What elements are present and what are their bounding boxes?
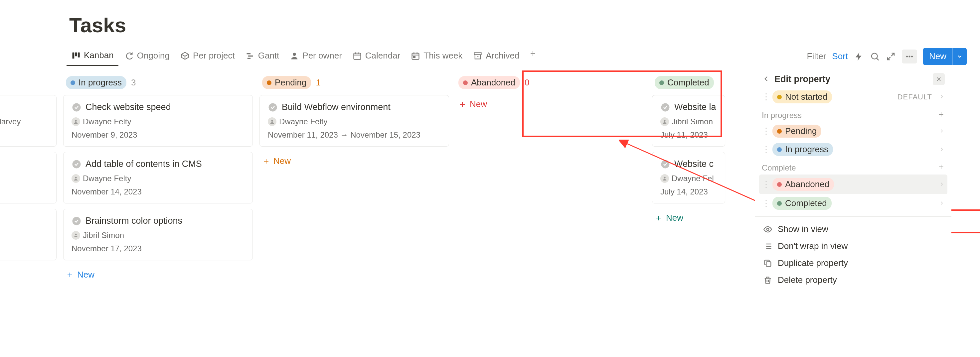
task-card[interactable]: ebsite speed rothe Adah Harvey 2023 xyxy=(0,95,57,147)
delete-action[interactable]: Delete property xyxy=(762,271,945,289)
tab-calendar[interactable]: Calendar xyxy=(348,47,405,66)
duplicate-action[interactable]: Duplicate property xyxy=(762,255,945,271)
column-count: 1 xyxy=(316,78,320,88)
search-button[interactable] xyxy=(870,52,880,62)
add-status-button[interactable] xyxy=(937,111,945,120)
task-card[interactable]: Check website speed Dwayne Felty Novembe… xyxy=(63,95,253,147)
task-card[interactable]: Website c Dwayne Fel July 14, 2023 xyxy=(652,152,725,203)
add-card-button[interactable]: New xyxy=(63,266,253,284)
svg-rect-0 xyxy=(73,52,75,59)
plus-icon xyxy=(655,214,663,222)
svg-point-24 xyxy=(661,103,670,111)
search-icon xyxy=(870,52,880,62)
tab-ongoing[interactable]: Ongoing xyxy=(120,47,174,66)
person-icon xyxy=(269,119,275,124)
status-pill[interactable]: Abandoned xyxy=(458,76,520,89)
status-pill[interactable]: Completed xyxy=(655,76,714,89)
bolt-icon xyxy=(854,52,864,62)
task-card[interactable]: mization n 2023 xyxy=(0,152,57,203)
tab-label: Calendar xyxy=(365,51,401,61)
drag-handle[interactable]: ⋮⋮ xyxy=(762,179,768,189)
tab-per-owner[interactable]: Per owner xyxy=(285,47,347,66)
status-pill[interactable]: Pending xyxy=(262,76,311,89)
status-option-row[interactable]: ⋮⋮ Completed xyxy=(762,194,945,213)
check-circle-icon xyxy=(72,159,81,169)
tab-kanban[interactable]: Kanban xyxy=(67,47,118,66)
person-icon xyxy=(290,51,299,60)
chevron-right-icon xyxy=(939,146,945,152)
expand-button[interactable] xyxy=(886,52,896,62)
drag-handle[interactable]: ⋮⋮ xyxy=(762,126,768,136)
task-card[interactable]: SEO settings ner 2023 xyxy=(0,209,57,260)
card-date: 2023 xyxy=(0,130,48,140)
show-in-view-action[interactable]: Show in view xyxy=(762,221,945,238)
add-card-button[interactable]: New xyxy=(456,95,645,113)
plus-icon xyxy=(66,271,74,279)
task-card[interactable]: Build Webflow environment Dwayne Felty N… xyxy=(259,95,449,147)
kanban-column: Completed Website la Jibril Simon July 1… xyxy=(652,74,725,284)
svg-rect-2 xyxy=(78,52,80,57)
tab-label: Per project xyxy=(193,51,235,61)
back-button[interactable] xyxy=(762,75,770,84)
card-title: Check website speed xyxy=(86,102,171,113)
check-circle-icon xyxy=(660,102,670,113)
svg-point-14 xyxy=(911,56,913,57)
plus-icon xyxy=(937,163,945,171)
task-card[interactable]: Website la Jibril Simon July 11, 2023 xyxy=(652,95,725,147)
svg-point-26 xyxy=(661,160,670,168)
chevron-down-icon xyxy=(957,54,963,59)
kanban-column: Pending 1 Build Webflow environment Dway… xyxy=(259,74,449,284)
plus-icon xyxy=(529,49,537,57)
plus-icon xyxy=(458,100,466,108)
svg-rect-4 xyxy=(248,55,253,57)
assignee: Jibril Simon xyxy=(72,231,124,240)
status-option-row[interactable]: ⋮⋮ Abandoned xyxy=(759,175,947,194)
add-card-button[interactable]: New xyxy=(259,152,449,170)
new-button[interactable]: New xyxy=(923,48,967,65)
status-option-row[interactable]: ⋮⋮ Pending xyxy=(762,122,945,140)
check-circle-icon xyxy=(72,216,81,226)
tab-archived[interactable]: Archived xyxy=(468,47,524,66)
drag-handle[interactable]: ⋮⋮ xyxy=(762,92,768,102)
automation-button[interactable] xyxy=(854,52,864,62)
person-icon xyxy=(73,233,78,238)
svg-point-6 xyxy=(293,52,296,56)
tab-per-project[interactable]: Per project xyxy=(176,47,240,66)
add-status-button[interactable] xyxy=(937,163,945,173)
svg-point-21 xyxy=(75,234,76,235)
close-button[interactable] xyxy=(933,73,945,85)
svg-point-27 xyxy=(663,177,665,179)
sort-button[interactable]: Sort xyxy=(832,51,848,62)
task-card[interactable]: Add table of contents in CMS Dwayne Felt… xyxy=(63,152,253,203)
calendar-icon xyxy=(353,51,362,60)
add-card-button[interactable]: New xyxy=(652,209,725,227)
group-heading: In progress xyxy=(762,106,945,122)
assignee: Adah Harvey xyxy=(0,117,21,126)
filter-button[interactable]: Filter xyxy=(807,51,826,62)
new-button-dropdown[interactable] xyxy=(952,48,967,65)
eye-icon xyxy=(763,225,772,234)
tab-label: Archived xyxy=(486,51,519,61)
tab-label: Gantt xyxy=(258,51,280,61)
drag-handle[interactable]: ⋮⋮ xyxy=(762,198,768,208)
person-icon xyxy=(662,119,667,124)
svg-point-19 xyxy=(75,177,76,179)
status-dot xyxy=(70,81,75,85)
status-option-row[interactable]: ⋮⋮ Not started DEFAULT xyxy=(762,88,945,106)
status-option-row[interactable]: ⋮⋮ In progress xyxy=(762,140,945,159)
tab-gantt[interactable]: Gantt xyxy=(241,47,284,66)
svg-point-28 xyxy=(767,228,769,230)
archive-icon xyxy=(473,51,482,60)
more-button[interactable] xyxy=(902,49,917,63)
week-icon xyxy=(411,51,420,60)
svg-point-18 xyxy=(73,160,81,168)
status-dot xyxy=(463,81,468,85)
tab-this-week[interactable]: This week xyxy=(406,47,467,66)
assignee: Dwayne Felty xyxy=(72,117,131,126)
add-view-button[interactable] xyxy=(526,47,540,66)
task-card[interactable]: Brainstorm color options Jibril Simon No… xyxy=(63,209,253,260)
status-pill[interactable]: In progress xyxy=(66,76,126,89)
wrap-action[interactable]: Don't wrap in view xyxy=(762,238,945,255)
column-count: 3 xyxy=(131,78,136,88)
drag-handle[interactable]: ⋮⋮ xyxy=(762,144,768,155)
